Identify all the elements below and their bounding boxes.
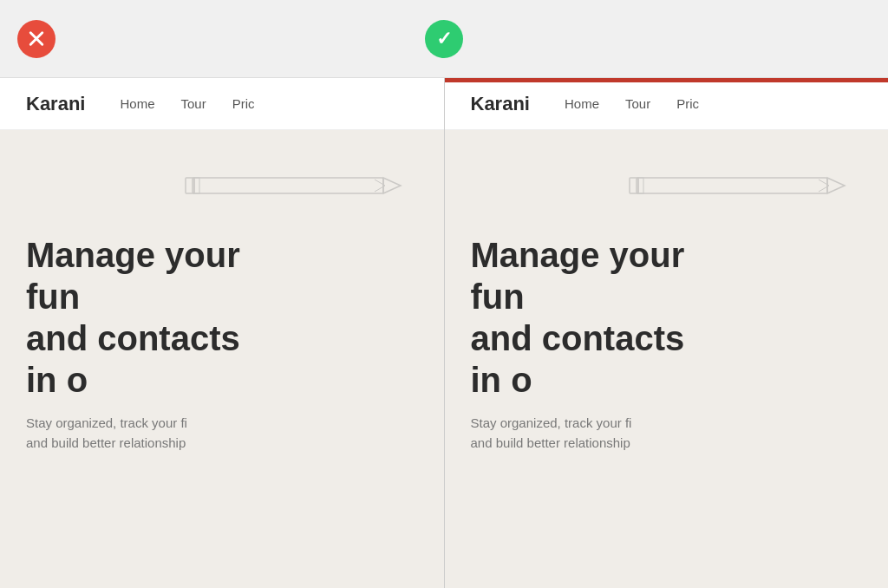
right-nav-tour[interactable]: Tour <box>625 96 650 111</box>
right-site-nav: Karani Home Tour Pric <box>445 78 889 130</box>
right-site-content: Manage your fun and contacts in o Stay o… <box>445 130 889 479</box>
close-button[interactable] <box>17 20 56 58</box>
right-panel: Karani Home Tour Pric <box>445 78 889 588</box>
right-nav-pricing[interactable]: Pric <box>676 96 699 111</box>
svg-marker-1 <box>383 178 401 193</box>
right-headline: Manage your fun and contacts in o <box>471 234 714 401</box>
right-logo: Karani <box>471 93 530 115</box>
svg-rect-9 <box>638 178 643 193</box>
top-bar <box>0 0 888 78</box>
left-nav-home[interactable]: Home <box>120 96 154 111</box>
svg-rect-3 <box>194 178 199 193</box>
right-nav-links: Home Tour Pric <box>565 96 699 111</box>
right-site-frame: Karani Home Tour Pric <box>445 78 889 588</box>
left-subtext: Stay organized, track your fi and build … <box>26 414 269 453</box>
left-nav-pricing[interactable]: Pric <box>232 96 255 111</box>
right-subtext: Stay organized, track your fi and build … <box>471 414 714 453</box>
svg-rect-0 <box>193 178 383 193</box>
svg-marker-7 <box>827 178 845 193</box>
left-site-content: Manage your fun and contacts in o Stay o… <box>0 130 444 479</box>
left-pencil-illustration <box>175 147 418 225</box>
left-site-frame: Karani Home Tour Pric <box>0 78 444 588</box>
left-logo: Karani <box>26 93 85 115</box>
left-headline: Manage your fun and contacts in o <box>26 234 269 401</box>
confirm-button[interactable] <box>425 20 463 58</box>
svg-rect-6 <box>637 178 827 193</box>
left-panel: Karani Home Tour Pric <box>0 78 445 588</box>
right-nav-home[interactable]: Home <box>565 96 599 111</box>
left-site-nav: Karani Home Tour Pric <box>0 78 444 130</box>
right-pencil-illustration <box>619 147 862 225</box>
left-nav-links: Home Tour Pric <box>120 96 254 111</box>
comparison-panels: Karani Home Tour Pric <box>0 78 888 588</box>
left-nav-tour[interactable]: Tour <box>181 96 206 111</box>
